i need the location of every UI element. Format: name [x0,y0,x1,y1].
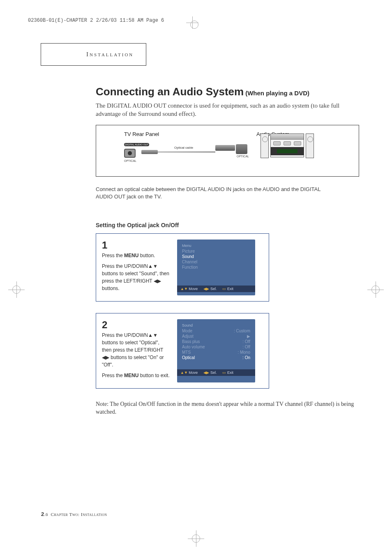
crop-mark-icon [188,530,204,547]
osd-title: Sound [182,323,250,327]
osd-menu-row: Bass plus: Off [182,339,250,344]
note-text: Note: The Optical On/Off function in the… [96,400,359,416]
osd-sound-screen: Sound Mode: CustomAdjust▶Bass plus: OffA… [177,319,255,382]
osd-menu-row: Mode: Custom [182,328,250,334]
chapter-label: Chapter Two: Installation [51,512,107,517]
port-digital-label: DIGITAL AUDIO OUT [124,143,149,146]
page-number-major: 2 [41,511,44,517]
audio-system-icon [261,134,314,162]
print-header: 02360B-01(E)-CHAPTER 2 2/26/03 11:58 AM … [28,18,164,23]
step-box-1: 1 Press the MENU button. Press the UP/DO… [96,233,269,302]
osd-footer: ▲▼ Move ◀▶ Sel. ▭ Exit [177,369,255,376]
title-main: Connecting an Audio System [96,85,244,98]
osd-menu-row: Adjust▶ [182,334,250,339]
osd-menu-item: Picture [182,249,250,254]
title-sub: (When playing a DVD) [245,90,309,97]
crop-mark-icon [367,281,384,298]
port-optical-label: OPTICAL [124,159,157,162]
cable-label: Optical cable [174,146,193,150]
osd-menu-row: MTS: Mono [182,350,250,355]
osd-menu-item: Channel [182,259,250,265]
step-instruction: Press the UP/DOWN▲▼ buttons to select "S… [102,263,170,292]
page-title: Connecting an Audio System (When playing… [96,85,359,98]
step-number: 2 [102,319,170,331]
crop-mark-icon [186,16,198,29]
optical-receiver-icon [236,144,247,154]
osd-menu-row: Optical: On [182,355,250,360]
page-footer: 2.6 Chapter Two: Installation [41,511,107,517]
crop-mark-icon [8,281,25,298]
osd-menu-row: Auto volume: Off [182,344,250,350]
connection-diagram: TV Rear Panel Audio System DIGITAL AUDIO… [96,125,359,177]
subsection-heading: Setting the Optical jack On/Off [96,222,359,228]
osd-footer: ▲▼ Move ◀▶ Sel. ▭ Exit [177,286,255,292]
step-box-2: 2 Press the UP/DOWN▲▼ buttons to select … [96,313,269,389]
section-tab: Installation [41,43,146,66]
step-instruction: Press the MENU button to exit. [102,372,170,379]
step-instruction: Press the UP/DOWN▲▼ buttons to select "O… [102,332,170,368]
intro-text: The DIGITAL AUDIO OUT connector is used … [96,101,359,118]
tv-panel-label: TV Rear Panel [124,131,159,137]
osd-title: Menu [182,244,250,248]
connect-instruction: Connect an optical cable between the DIG… [96,186,326,200]
osd-menu-item: Sound [182,254,250,259]
cable-plug-icon [141,150,158,154]
page-number-minor: .6 [44,512,48,517]
osd-menu-screen: Menu PictureSoundChannelFunction ▲▼ Move… [177,240,255,295]
step-number: 1 [102,240,170,251]
cable-line-icon [158,152,215,152]
step-instruction: Press the MENU button. [102,252,170,259]
cable-plug-icon [215,145,235,151]
receiver-port-label: OPTICAL [237,155,249,158]
osd-menu-item: Function [182,265,250,270]
